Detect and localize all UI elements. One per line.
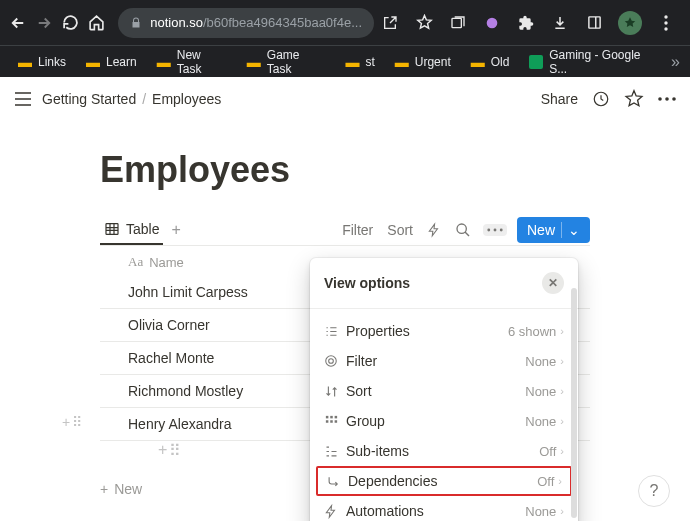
svg-point-8 xyxy=(665,97,669,101)
svg-rect-2 xyxy=(588,17,599,28)
dependencies-icon xyxy=(326,474,348,489)
filter-icon xyxy=(324,354,346,368)
add-icon[interactable]: + xyxy=(158,441,167,460)
automations-icon xyxy=(324,504,346,519)
folder-icon: ▬ xyxy=(247,54,261,70)
svg-point-4 xyxy=(664,21,667,24)
svg-point-7 xyxy=(658,97,662,101)
svg-rect-18 xyxy=(330,415,333,418)
favorite-icon[interactable] xyxy=(624,89,644,109)
drag-handle-icon[interactable]: ⠿ xyxy=(169,441,181,460)
close-button[interactable]: ✕ xyxy=(542,272,564,294)
extension1-icon[interactable] xyxy=(482,13,502,33)
bookmark-links[interactable]: ▬Links xyxy=(10,50,74,74)
more-bookmarks[interactable]: » xyxy=(671,53,680,71)
svg-rect-21 xyxy=(330,420,333,423)
new-button[interactable]: New⌄ xyxy=(517,217,590,243)
svg-point-5 xyxy=(664,27,667,30)
extensions-icon[interactable] xyxy=(516,13,536,33)
share-icon[interactable] xyxy=(380,13,400,33)
folder-icon: ▬ xyxy=(18,54,32,70)
collections-icon[interactable] xyxy=(448,13,468,33)
view-options-button[interactable] xyxy=(483,224,507,236)
add-icon[interactable]: + xyxy=(62,414,70,430)
url-bar[interactable]: notion.so/b60fbea4964345baa0f4e... xyxy=(118,8,374,38)
svg-rect-22 xyxy=(335,420,338,423)
subitems-icon xyxy=(324,444,346,459)
view-option-sort[interactable]: Sort None› xyxy=(316,376,572,406)
home-button[interactable] xyxy=(86,11,106,35)
bookmark-learn[interactable]: ▬Learn xyxy=(78,50,145,74)
sort-button[interactable]: Sort xyxy=(385,220,415,240)
svg-point-9 xyxy=(672,97,676,101)
browser-menu-icon[interactable] xyxy=(656,13,676,33)
svg-rect-20 xyxy=(326,420,329,423)
svg-point-14 xyxy=(500,229,503,232)
tab-overview-icon[interactable] xyxy=(584,13,604,33)
view-option-subitems[interactable]: Sub-items Off› xyxy=(316,436,572,466)
updates-icon[interactable] xyxy=(592,90,610,108)
add-view-button[interactable]: + xyxy=(163,215,188,245)
share-button[interactable]: Share xyxy=(541,91,578,107)
view-option-dependencies[interactable]: Dependencies Off› xyxy=(316,466,572,496)
svg-point-16 xyxy=(329,359,334,364)
breadcrumb-current[interactable]: Employees xyxy=(152,91,221,107)
bookmark-star-icon[interactable] xyxy=(414,13,434,33)
properties-icon xyxy=(324,324,346,339)
downloads-icon[interactable] xyxy=(550,13,570,33)
drag-handle-icon[interactable]: ⠿ xyxy=(72,414,82,430)
column-header-name[interactable]: Aa Name xyxy=(128,254,184,270)
svg-point-11 xyxy=(457,224,466,233)
folder-icon: ▬ xyxy=(471,54,485,70)
search-icon[interactable] xyxy=(453,220,473,240)
more-icon[interactable] xyxy=(658,97,676,101)
back-button[interactable] xyxy=(8,11,28,35)
bookmark-st[interactable]: ▬st xyxy=(337,50,382,74)
bookmark-gametask[interactable]: ▬Game Task xyxy=(239,44,334,80)
popover-title: View options xyxy=(324,275,410,291)
svg-point-13 xyxy=(494,229,497,232)
svg-rect-0 xyxy=(452,18,461,27)
url-path: /b60fbea4964345baa0f4e... xyxy=(203,15,362,30)
profile-avatar[interactable] xyxy=(618,11,642,35)
view-options-popover: View options ✕ Properties 6 shown› Filte… xyxy=(310,258,578,521)
view-option-group[interactable]: Group None› xyxy=(316,406,572,436)
bookmark-newtask[interactable]: ▬New Task xyxy=(149,44,235,80)
table-icon xyxy=(104,221,120,237)
bolt-icon[interactable] xyxy=(425,220,443,240)
group-icon xyxy=(324,414,346,429)
svg-point-12 xyxy=(487,229,490,232)
tab-table[interactable]: Table xyxy=(100,215,163,245)
folder-icon: ▬ xyxy=(86,54,100,70)
sort-icon xyxy=(324,384,346,399)
page-title: Employees xyxy=(100,149,590,191)
chevron-down-icon[interactable]: ⌄ xyxy=(561,222,580,238)
svg-rect-10 xyxy=(106,224,118,235)
svg-point-1 xyxy=(487,17,498,28)
bookmark-urgent[interactable]: ▬Urgent xyxy=(387,50,459,74)
url-host: notion.so xyxy=(150,15,203,30)
folder-icon: ▬ xyxy=(157,54,171,70)
svg-rect-19 xyxy=(335,415,338,418)
folder-icon: ▬ xyxy=(395,54,409,70)
breadcrumb-root[interactable]: Getting Started xyxy=(42,91,136,107)
breadcrumb-sep: / xyxy=(142,91,146,107)
reload-button[interactable] xyxy=(60,11,80,35)
bookmark-gaming[interactable]: Gaming - Google S... xyxy=(521,44,667,80)
view-option-filter[interactable]: Filter None› xyxy=(316,346,572,376)
forward-button[interactable] xyxy=(34,11,54,35)
svg-rect-17 xyxy=(326,415,329,418)
sidebar-toggle[interactable] xyxy=(14,92,32,106)
sheets-icon xyxy=(529,55,543,69)
folder-icon: ▬ xyxy=(345,54,359,70)
text-property-icon: Aa xyxy=(128,254,143,270)
filter-button[interactable]: Filter xyxy=(340,220,375,240)
svg-point-15 xyxy=(326,356,337,367)
popover-scrollbar[interactable] xyxy=(571,288,577,518)
svg-point-3 xyxy=(664,15,667,18)
view-option-properties[interactable]: Properties 6 shown› xyxy=(316,316,572,346)
lock-icon xyxy=(130,17,142,29)
help-button[interactable]: ? xyxy=(638,475,670,507)
bookmark-old[interactable]: ▬Old xyxy=(463,50,518,74)
view-option-automations[interactable]: Automations None› xyxy=(316,496,572,521)
